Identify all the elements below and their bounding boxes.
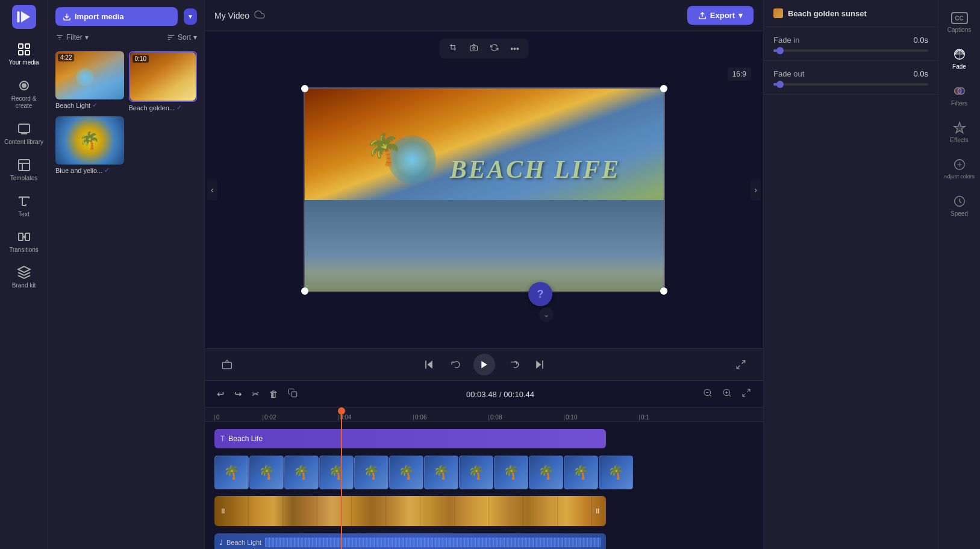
svg-rect-5 xyxy=(19,51,23,55)
fade-out-label: Fade out xyxy=(773,69,804,78)
resize-handle-tr[interactable] xyxy=(660,85,667,92)
preview-nav-left-button[interactable]: ‹ xyxy=(207,179,217,201)
anim-cell-12[interactable]: 🌴 xyxy=(599,456,633,489)
timeline-zoom-controls xyxy=(701,386,754,402)
rt-item-captions[interactable]: CC Captions xyxy=(938,7,980,38)
import-media-button[interactable]: Import media xyxy=(55,7,178,26)
media-item-beach-golden[interactable]: 0:10 Beach golden... ✓ xyxy=(129,51,198,111)
text-track[interactable]: T Beach Life xyxy=(214,429,606,448)
preview-area: ••• 16:9 ‹ 🌴 BEACH LIFE xyxy=(205,31,763,348)
resize-handle-tl[interactable] xyxy=(301,85,308,92)
anim-cell-5[interactable]: 🌴 xyxy=(354,456,389,489)
app-logo xyxy=(12,5,36,31)
anim-cell-11[interactable]: 🌴 xyxy=(564,456,598,489)
palm-overlay-icon: 🌴 xyxy=(365,132,402,167)
crop-button[interactable] xyxy=(445,42,461,55)
video-track[interactable]: ⏸ ⏸ xyxy=(214,496,606,526)
svg-rect-3 xyxy=(19,44,23,48)
anim-cell-6[interactable]: 🌴 xyxy=(389,456,423,489)
media-item-beach-light[interactable]: 4:22 Beach Light ✓ xyxy=(55,51,124,111)
zoom-out-button[interactable] xyxy=(701,386,715,402)
svg-rect-4 xyxy=(25,44,30,48)
sidebar-item-brand-kit[interactable]: Brand kit xyxy=(0,260,48,294)
resize-handle-bl[interactable] xyxy=(301,287,308,295)
sidebar-item-record-create[interactable]: Record & create xyxy=(0,74,48,115)
svg-line-33 xyxy=(710,395,711,397)
audio-waveform xyxy=(265,538,601,547)
fade-in-value: 0.0s xyxy=(913,36,928,45)
forward-5s-button[interactable] xyxy=(505,356,522,373)
fade-in-slider[interactable] xyxy=(773,49,928,52)
anim-cell-7[interactable]: 🌴 xyxy=(424,456,458,489)
undo-button[interactable]: ↩ xyxy=(214,386,227,402)
rt-item-adjust-colors[interactable]: Adjust colors xyxy=(938,153,980,185)
anim-cell-9[interactable]: 🌴 xyxy=(494,456,528,489)
zoom-in-button[interactable] xyxy=(720,386,734,402)
anim-cell-8[interactable]: 🌴 xyxy=(459,456,493,489)
camera-button[interactable] xyxy=(466,42,481,55)
svg-rect-25 xyxy=(425,360,426,368)
preview-nav-right-button[interactable]: › xyxy=(751,179,761,201)
fade-out-section: Fade out 0.0s xyxy=(764,61,938,95)
right-toolbar: CC Captions Fade Filters Effects xyxy=(938,0,980,549)
redo-button[interactable]: ↪ xyxy=(232,386,245,402)
media-item-blue-yellow[interactable]: 🌴 Blue and yello... ✓ xyxy=(55,116,124,174)
svg-line-30 xyxy=(737,366,740,369)
audio-track[interactable]: ♩ Beach Light xyxy=(214,533,606,549)
skip-back-button[interactable] xyxy=(420,356,437,373)
fade-out-slider[interactable] xyxy=(773,83,928,86)
sidebar-item-text[interactable]: Text xyxy=(0,189,48,222)
clip-title: Beach golden sunset xyxy=(788,9,867,18)
svg-rect-28 xyxy=(542,360,543,368)
fade-label: Fade xyxy=(952,63,966,70)
export-button[interactable]: Export ▾ xyxy=(687,6,754,25)
anim-cell-1[interactable]: 🌴 xyxy=(214,456,249,489)
adjust-colors-label: Adjust colors xyxy=(944,174,975,180)
track-row-text: T Beach Life xyxy=(205,427,763,451)
rt-item-effects[interactable]: Effects xyxy=(938,116,980,148)
duplicate-button[interactable] xyxy=(286,386,300,402)
rt-item-fade[interactable]: Fade xyxy=(938,43,980,75)
timeline-content[interactable]: 0 0:02 0:04 0:06 0:08 0:10 0:1 xyxy=(205,407,763,549)
import-media-dropdown-button[interactable]: ▼ xyxy=(184,8,197,25)
rt-item-filters[interactable]: Filters xyxy=(938,80,980,111)
camera-capture-button[interactable] xyxy=(219,357,235,372)
filter-button[interactable]: Filter ▾ xyxy=(55,33,89,42)
anim-cell-10[interactable]: 🌴 xyxy=(529,456,563,489)
svg-rect-2 xyxy=(17,11,19,22)
media-check-beach-golden: ✓ xyxy=(176,104,182,111)
anim-cell-3[interactable]: 🌴 xyxy=(284,456,319,489)
help-button[interactable]: ? xyxy=(528,282,552,306)
sort-button[interactable]: Sort ▾ xyxy=(167,33,197,42)
sidebar-item-templates[interactable]: Templates xyxy=(0,153,48,187)
timeline-expand-button[interactable] xyxy=(739,386,754,402)
sidebar-item-transitions[interactable]: Transitions xyxy=(0,225,48,258)
cut-button[interactable]: ✂ xyxy=(249,386,262,402)
play-pause-button[interactable] xyxy=(473,354,495,375)
timeline-ruler: 0 0:02 0:04 0:06 0:08 0:10 0:1 xyxy=(205,407,763,422)
fade-in-section: Fade in 0.0s xyxy=(764,27,938,61)
sidebar-item-your-media[interactable]: Your media xyxy=(0,37,48,71)
rewind-5s-button[interactable] xyxy=(447,356,464,373)
anim-cell-2[interactable]: 🌴 xyxy=(249,456,284,489)
sidebar-item-content-library[interactable]: Content library xyxy=(0,117,48,151)
media-filters-bar: Filter ▾ Sort ▾ xyxy=(48,31,204,46)
timeline-toolbar: ↩ ↪ ✂ 🗑 00:03.48 / 00:10.44 xyxy=(205,381,763,407)
playback-left xyxy=(219,357,235,372)
effects-label: Effects xyxy=(950,137,968,143)
delete-button[interactable]: 🗑 xyxy=(267,386,281,401)
playback-right xyxy=(733,357,749,372)
skip-forward-button[interactable] xyxy=(531,356,548,373)
rotate-button[interactable] xyxy=(486,42,502,55)
playhead[interactable] xyxy=(341,407,342,549)
audio-note-icon: ♩ xyxy=(219,538,223,547)
resize-handle-br[interactable] xyxy=(660,287,667,295)
more-options-button[interactable]: ••• xyxy=(507,43,523,55)
rt-item-speed[interactable]: Speed xyxy=(938,190,980,222)
playback-bar xyxy=(205,348,763,380)
anim-cell-4[interactable]: 🌴 xyxy=(319,456,354,489)
svg-rect-9 xyxy=(19,124,30,133)
fullscreen-button[interactable] xyxy=(733,357,749,372)
track-row-video: ⏸ ⏸ xyxy=(205,494,763,528)
collapse-panel-button[interactable]: ⌄ xyxy=(539,307,554,322)
